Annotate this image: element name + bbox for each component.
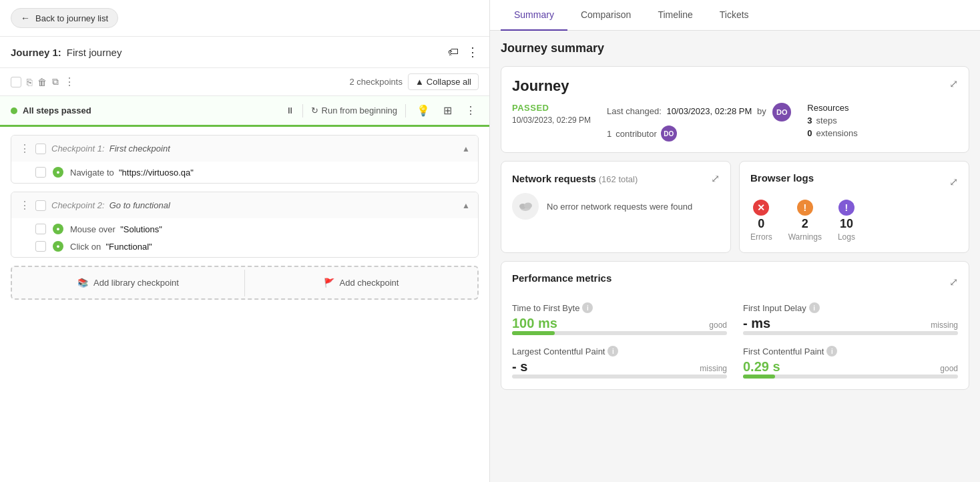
status-left: All steps passed xyxy=(11,105,91,115)
logs-item: ! 10 Logs xyxy=(838,200,855,242)
back-button[interactable]: ← Back to journey list xyxy=(11,8,118,28)
status-dot xyxy=(11,107,17,114)
contributor-label: contributor xyxy=(616,129,656,139)
fid-info-icon[interactable]: i xyxy=(809,302,820,313)
add-checkpoint-button[interactable]: 🚩 Add checkpoint xyxy=(245,267,477,298)
lcp-label: Largest Contentful Paint i xyxy=(512,346,727,356)
lcp-progress xyxy=(512,375,727,379)
status-text: All steps passed xyxy=(23,105,91,115)
expand-icon[interactable]: ⤢ xyxy=(949,77,958,90)
add-library-checkpoint-button[interactable]: 📚 Add library checkpoint xyxy=(12,267,244,298)
step-item-2: ● Click on "Functional" xyxy=(35,241,470,252)
ttfb-label: Time to First Byte i xyxy=(512,302,727,313)
back-arrow-icon: ← xyxy=(21,13,30,23)
delete-icon[interactable]: 🗑 xyxy=(37,77,47,87)
lightbulb-icon[interactable]: 💡 xyxy=(414,103,433,118)
journey-header: Journey 1: First journey 🏷 ⋮ xyxy=(0,37,489,68)
divider2 xyxy=(405,104,406,117)
info-icon: ! xyxy=(838,200,854,216)
network-requests-card: Network requests (162 total) ⤢ No error … xyxy=(501,161,731,253)
network-title: Network requests xyxy=(512,173,596,184)
pause-button[interactable]: ⏸ xyxy=(286,105,294,115)
fcp-info-icon[interactable]: i xyxy=(826,346,837,356)
collapse-all-button[interactable]: ▲ Collapse all xyxy=(408,73,479,90)
checkpoint-1-collapse-icon[interactable]: ▲ xyxy=(462,144,470,154)
errors-label: Errors xyxy=(750,232,772,242)
checkpoint-2-checkbox[interactable] xyxy=(35,200,46,211)
more-toolbar-icon[interactable]: ⋮ xyxy=(64,75,75,88)
divider xyxy=(302,104,303,117)
select-all-checkbox[interactable] xyxy=(11,77,21,87)
right-panel: Summary Comparison Timeline Tickets Jour… xyxy=(490,0,980,482)
perf-expand-icon[interactable]: ⤢ xyxy=(949,276,958,288)
status-passed: PASSED xyxy=(512,103,591,113)
checkpoint-card-2: ⋮ Checkpoint 2: Go to functional ▲ ● Mou… xyxy=(11,192,479,258)
meta-resources: Resources 3 steps 0 extensions xyxy=(807,103,857,138)
fid-qualifier: missing xyxy=(931,320,958,330)
journey-title: Journey 1: First journey xyxy=(11,47,121,58)
browser-logs-content: ✕ 0 Errors ! 2 Warnings ! 10 Logs xyxy=(750,200,958,242)
journey-card: Journey ⤢ PASSED 10/03/2023, 02:29 PM La… xyxy=(501,66,969,153)
ttfb-value: 100 ms xyxy=(512,316,557,331)
tab-comparison[interactable]: Comparison xyxy=(567,0,644,31)
extensions-resource: 0 extensions xyxy=(807,128,857,138)
warnings-label: Warnings xyxy=(788,232,822,242)
meta-contributor: 1 contributor DO xyxy=(607,126,791,142)
browser-logs-expand-icon[interactable]: ⤢ xyxy=(949,176,958,188)
drag-handle-2[interactable]: ⋮ xyxy=(19,199,30,212)
pause-icon: ⏸ xyxy=(286,105,294,115)
lcp-qualifier: missing xyxy=(700,364,727,373)
step-text-2: Click on "Functional" xyxy=(70,242,152,252)
lcp-info-icon[interactable]: i xyxy=(607,346,618,356)
fid-item: First Input Delay i - ms missing xyxy=(743,302,958,335)
toolbar-left: ⎘ 🗑 ⧉ ⋮ xyxy=(11,75,344,88)
cloud-icon xyxy=(517,198,533,214)
error-icon: ✕ xyxy=(753,200,769,216)
status-actions: ⏸ ↻ Run from beginning 💡 ⊞ ⋮ xyxy=(286,103,479,118)
more-status-icon[interactable]: ⋮ xyxy=(463,103,479,118)
contributor-avatar-small: DO xyxy=(661,126,677,142)
add-checkpoint-label: Add checkpoint xyxy=(340,278,399,288)
journey-card-title: Journey xyxy=(512,77,569,95)
lcp-value: - s xyxy=(512,359,527,375)
run-from-beginning-button[interactable]: ↻ Run from beginning xyxy=(311,105,397,115)
drag-handle-1[interactable]: ⋮ xyxy=(19,142,30,155)
more-options-icon[interactable]: ⋮ xyxy=(467,45,479,59)
status-bar: All steps passed ⏸ ↻ Run from beginning … xyxy=(0,96,489,127)
last-changed-label: Last changed: xyxy=(607,106,662,116)
fid-label: First Input Delay i xyxy=(743,302,958,313)
checkpoint-1-steps: ● Navigate to "https://virtuoso.qa" xyxy=(11,162,478,183)
copy-icon[interactable]: ⎘ xyxy=(27,77,32,87)
page-title: Journey summary xyxy=(501,41,969,55)
checkpoint-2-number: Checkpoint 2: xyxy=(51,200,107,210)
checkpoint-2-steps: ● Mouse over "Solutions" ● Click on "Fun… xyxy=(11,218,478,257)
checkpoint-1-title: Checkpoint 1: First checkpoint xyxy=(51,144,457,154)
fcp-value: 0.29 s xyxy=(743,359,780,375)
tab-tickets[interactable]: Tickets xyxy=(706,0,762,31)
errors-count: 0 xyxy=(758,217,764,231)
bookmark-icon[interactable]: 🏷 xyxy=(448,46,459,58)
ttfb-row: 100 ms good xyxy=(512,316,727,331)
meta-changed: Last changed: 10/03/2023, 02:28 PM by DO… xyxy=(607,103,791,142)
checkpoint-2-name: Go to functional xyxy=(109,200,170,210)
checkpoint-1-header: ⋮ Checkpoint 1: First checkpoint ▲ xyxy=(11,136,478,162)
step-checkbox[interactable] xyxy=(35,167,46,178)
duplicate-icon[interactable]: ⧉ xyxy=(52,76,59,87)
ttfb-info-icon[interactable]: i xyxy=(582,302,593,313)
checkpoint-2-header: ⋮ Checkpoint 2: Go to functional ▲ xyxy=(11,192,478,218)
network-expand-icon[interactable]: ⤢ xyxy=(711,172,720,185)
tab-summary[interactable]: Summary xyxy=(501,0,567,31)
fid-value: - ms xyxy=(743,316,770,331)
meta-status: PASSED 10/03/2023, 02:29 PM xyxy=(512,103,591,125)
left-panel: ← Back to journey list Journey 1: First … xyxy=(0,0,490,482)
step-checkbox-1[interactable] xyxy=(35,224,46,234)
perf-title: Performance metrics xyxy=(512,272,611,284)
checkpoint-2-collapse-icon[interactable]: ▲ xyxy=(462,201,470,210)
logs-label: Logs xyxy=(838,232,855,242)
step-checkbox-2[interactable] xyxy=(35,241,46,252)
status-date: 10/03/2023, 02:29 PM xyxy=(512,115,591,125)
checkpoint-1-checkbox[interactable] xyxy=(35,144,46,154)
layout-icon[interactable]: ⊞ xyxy=(441,103,455,118)
tab-timeline[interactable]: Timeline xyxy=(644,0,706,31)
fcp-label: First Contentful Paint i xyxy=(743,346,958,356)
